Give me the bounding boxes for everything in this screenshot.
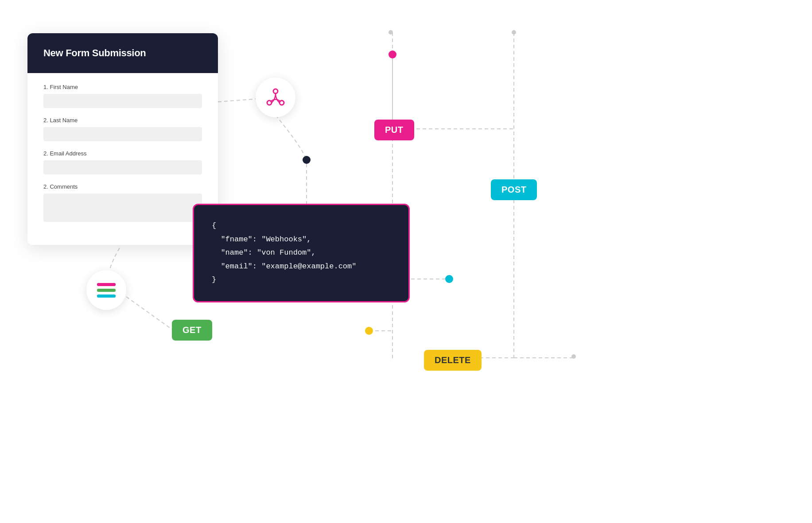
form-field-email: 2. Email Address <box>43 150 202 174</box>
dot-yellow <box>365 327 373 335</box>
dot-gray-bottomright <box>571 354 576 359</box>
delete-badge[interactable]: DELETE <box>424 350 482 371</box>
form-field-firstname: 1. First Name <box>43 84 202 108</box>
stack-icon-circle <box>86 270 126 310</box>
stack-bars-icon <box>97 283 116 298</box>
dot-gray-topright <box>512 30 516 35</box>
stack-bar-cyan <box>97 294 116 298</box>
form-input-email <box>43 160 202 174</box>
post-badge[interactable]: POST <box>491 179 537 200</box>
form-field-comments: 2. Comments <box>43 183 202 222</box>
json-card: { "fname": "Webhooks", "name": "von Fund… <box>193 204 410 302</box>
form-field-label-lastname: 2. Last Name <box>43 117 202 124</box>
svg-line-4 <box>126 297 173 330</box>
form-input-comments <box>43 194 202 222</box>
form-card: New Form Submission 1. First Name 2. Las… <box>27 33 218 245</box>
webhook-icon <box>265 87 286 108</box>
get-badge[interactable]: GET <box>172 320 212 341</box>
dot-gray-topleft <box>389 30 393 35</box>
put-badge[interactable]: PUT <box>374 120 414 140</box>
form-field-label-firstname: 1. First Name <box>43 84 202 90</box>
dot-blue <box>445 275 453 283</box>
form-field-label-email: 2. Email Address <box>43 150 202 157</box>
form-card-body: 1. First Name 2. Last Name 2. Email Addr… <box>27 73 218 245</box>
stack-bar-green <box>97 289 116 292</box>
svg-point-14 <box>273 89 278 93</box>
form-input-firstname <box>43 94 202 108</box>
dot-dark <box>303 156 311 164</box>
form-field-label-comments: 2. Comments <box>43 183 202 190</box>
webhook-icon-circle <box>256 77 295 117</box>
dot-pink <box>389 50 396 58</box>
form-title: New Form Submission <box>43 47 146 58</box>
stack-bar-pink <box>97 283 116 286</box>
form-card-header: New Form Submission <box>27 33 218 73</box>
json-content: { "fname": "Webhooks", "name": "von Fund… <box>212 219 391 287</box>
form-field-lastname: 2. Last Name <box>43 117 202 141</box>
form-input-lastname <box>43 127 202 141</box>
